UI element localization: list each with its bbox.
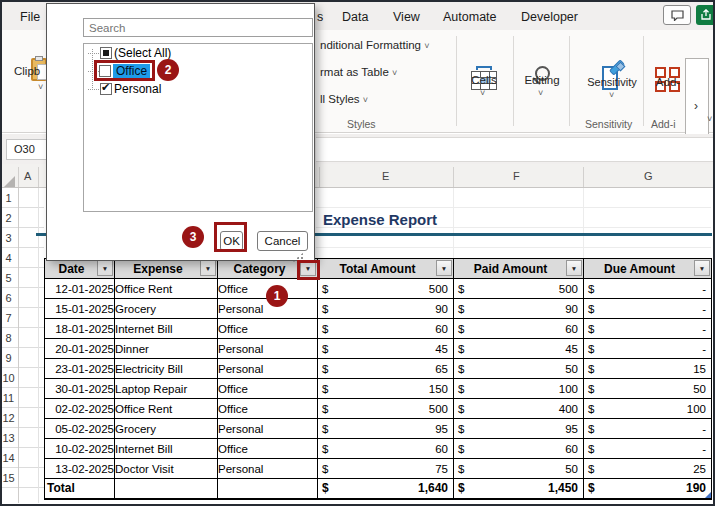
cell-expense[interactable]: Grocery [115,419,218,439]
cell-paid-amount[interactable]: $500 [454,279,584,299]
header-date[interactable]: Date▼ [45,259,115,279]
column-header-a[interactable]: A [24,170,31,182]
cell-due-amount[interactable]: $100 [584,399,712,419]
cell-date[interactable]: 13-02-2025 [45,459,115,479]
cell-expense[interactable]: Office Rent [115,399,218,419]
filter-button-expense[interactable]: ▼ [200,260,216,276]
cell-grand-due[interactable]: $190 [584,479,712,499]
cell-total-amount[interactable]: $60 [318,319,454,339]
cell-total-label[interactable]: Total [45,479,115,499]
cell-date[interactable]: 20-01-2025 [45,339,115,359]
cell-expense[interactable]: Dinner [115,339,218,359]
cell-category[interactable]: Office [218,379,318,399]
row-header[interactable]: 3 [0,228,17,248]
cell-due-amount[interactable]: $- [584,419,712,439]
personal-checkbox[interactable]: ✔ [100,83,112,95]
cell-expense[interactable]: Laptop Repair [115,379,218,399]
column-header-f[interactable]: F [513,170,520,182]
tab-data[interactable]: Data [342,10,368,24]
cell-expense[interactable]: Internet Bill [115,319,218,339]
cell-grand-total[interactable]: $1,640 [318,479,454,499]
filter-button-date[interactable]: ▼ [97,260,113,276]
column-header-e[interactable]: E [382,170,389,182]
format-as-table-button[interactable]: rmat as Table ˅ [320,66,397,78]
tab-developer[interactable]: Developer [521,10,578,24]
select-all-corner[interactable] [4,176,15,187]
cell-expense[interactable]: Doctor Visit [115,459,218,479]
cell-date[interactable]: 05-02-2025 [45,419,115,439]
header-expense[interactable]: Expense▼ [115,259,218,279]
cell-date[interactable]: 10-02-2025 [45,439,115,459]
sensitivity-button[interactable]: Sensitivity [580,76,644,88]
header-due-amount[interactable]: Due Amount▼ [584,259,712,279]
cell-expense[interactable]: Internet Bill [115,439,218,459]
cell-expense[interactable]: Grocery [115,299,218,319]
conditional-formatting-button[interactable]: nditional Formatting ˅ [320,39,429,51]
cell-expense[interactable]: Office Rent [115,279,218,299]
cell-due-amount[interactable]: $- [584,439,712,459]
tab-automate[interactable]: Automate [443,10,497,24]
cell-paid-amount[interactable]: $50 [454,359,584,379]
cell-due-amount[interactable]: $50 [584,379,712,399]
cell-category[interactable]: Personal [218,359,318,379]
header-total-amount[interactable]: Total Amount▼ [318,259,454,279]
cell-date[interactable]: 02-02-2025 [45,399,115,419]
tab-file[interactable]: File [20,10,40,24]
cell-due-amount[interactable]: $15 [584,359,712,379]
cell-total-amount[interactable]: $500 [318,279,454,299]
cell-total-amount[interactable]: $45 [318,339,454,359]
add-ins-button[interactable]: Add- [652,76,684,88]
filter-button-due-amount[interactable]: ▼ [694,260,710,276]
cell-category[interactable]: Personal [218,419,318,439]
row-header[interactable]: 15 [0,468,17,488]
cell-due-amount[interactable]: $- [584,339,712,359]
comments-button[interactable] [663,5,691,25]
cell-total-amount[interactable]: $95 [318,419,454,439]
cell-total-amount[interactable]: $500 [318,399,454,419]
cell-date[interactable]: 15-01-2025 [45,299,115,319]
cell-total-amount[interactable]: $60 [318,439,454,459]
row-header[interactable]: 7 [0,308,17,328]
row-header[interactable]: 5 [0,268,17,288]
cell-total-amount[interactable]: $75 [318,459,454,479]
filter-button-paid-amount[interactable]: ▼ [566,260,582,276]
search-input[interactable] [83,18,313,37]
row-header[interactable]: 6 [0,288,17,308]
editing-button[interactable]: Editing [519,74,565,86]
flyout-expand-chevron[interactable]: › [694,99,698,113]
cell-paid-amount[interactable]: $50 [454,459,584,479]
cell-date[interactable]: 18-01-2025 [45,319,115,339]
share-button[interactable] [696,5,715,25]
cell-empty[interactable] [115,479,218,499]
cell-category[interactable]: Office [218,319,318,339]
row-header[interactable]: 13 [0,428,17,448]
tab-formulas-partial[interactable]: s [317,10,323,24]
cell-category[interactable]: Personal [218,459,318,479]
cell-paid-amount[interactable]: $95 [454,419,584,439]
tab-view[interactable]: View [393,10,420,24]
cell-category[interactable]: Office [218,439,318,459]
filter-button-total-amount[interactable]: ▼ [436,260,452,276]
row-header[interactable]: 12 [0,408,17,428]
cell-paid-amount[interactable]: $100 [454,379,584,399]
formula-input[interactable] [316,137,713,162]
select-all-checkbox[interactable] [100,47,112,59]
cell-total-amount[interactable]: $150 [318,379,454,399]
cell-grand-paid[interactable]: $1,450 [454,479,584,499]
cell-date[interactable]: 12-01-2025 [45,279,115,299]
row-header[interactable]: 11 [0,388,17,408]
header-paid-amount[interactable]: Paid Amount▼ [454,259,584,279]
cancel-button[interactable]: Cancel [257,231,308,251]
cell-paid-amount[interactable]: $400 [454,399,584,419]
clipboard-group-button[interactable]: Clipb [14,65,40,77]
cell-due-amount[interactable]: $- [584,299,712,319]
cell-paid-amount[interactable]: $90 [454,299,584,319]
row-header[interactable]: 1 [0,188,17,208]
chevron-down-icon[interactable]: ˅ [707,114,712,124]
cell-empty[interactable] [218,479,318,499]
cell-paid-amount[interactable]: $60 [454,439,584,459]
cell-category[interactable]: Office [218,399,318,419]
row-header[interactable]: 9 [0,348,17,368]
cell-category[interactable]: Personal [218,339,318,359]
cell-due-amount[interactable]: $- [584,279,712,299]
